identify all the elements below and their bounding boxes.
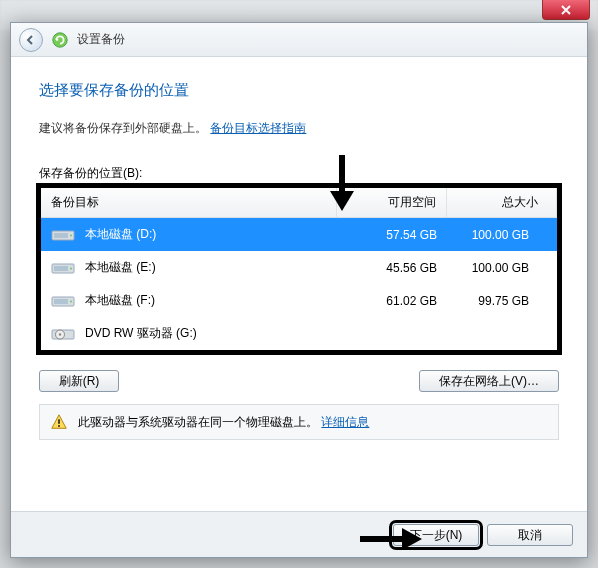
warning-panel: 此驱动器与系统驱动器在同一个物理磁盘上。 详细信息 — [39, 404, 559, 440]
cancel-button[interactable]: 取消 — [487, 524, 573, 546]
svg-point-12 — [59, 333, 61, 335]
drive-table: 备份目标 可用空间 总大小 本地磁盘 (D:)57.54 GB100.00 GB… — [39, 186, 559, 352]
warning-icon — [50, 413, 68, 431]
wizard-footer: 下一步(N) 取消 — [11, 511, 587, 557]
next-button[interactable]: 下一步(N) — [393, 524, 479, 546]
back-button[interactable] — [19, 28, 43, 52]
col-free[interactable]: 可用空间 — [337, 188, 447, 217]
drive-name: 本地磁盘 (D:) — [85, 224, 327, 245]
svg-point-9 — [70, 300, 72, 302]
titlebar: 设置备份 — [11, 23, 587, 57]
drive-free: 45.56 GB — [327, 259, 437, 277]
hdd-icon — [51, 227, 75, 243]
backup-icon — [51, 31, 69, 49]
drive-name: DVD RW 驱动器 (G:) — [85, 323, 327, 344]
page-heading: 选择要保存备份的位置 — [39, 81, 559, 100]
svg-rect-5 — [54, 266, 68, 271]
instruction-text: 建议将备份保存到外部硬盘上。 备份目标选择指南 — [39, 120, 559, 137]
drive-free: 61.02 GB — [327, 292, 437, 310]
dvd-icon — [51, 326, 75, 342]
drive-free: 57.54 GB — [327, 226, 437, 244]
refresh-button[interactable]: 刷新(R) — [39, 370, 119, 392]
svg-point-6 — [70, 267, 72, 269]
svg-rect-14 — [58, 425, 60, 427]
table-header: 备份目标 可用空间 总大小 — [41, 188, 557, 218]
svg-rect-2 — [54, 233, 68, 238]
warning-text: 此驱动器与系统驱动器在同一个物理磁盘上。 详细信息 — [78, 414, 369, 431]
window-title: 设置备份 — [77, 31, 125, 48]
drive-total — [437, 332, 547, 336]
window-close-button[interactable] — [542, 0, 590, 20]
svg-rect-8 — [54, 299, 68, 304]
warning-details-link[interactable]: 详细信息 — [321, 415, 369, 429]
svg-point-0 — [53, 32, 67, 46]
table-row[interactable]: DVD RW 驱动器 (G:) — [41, 317, 557, 350]
drive-total: 100.00 GB — [437, 226, 547, 244]
table-row[interactable]: 本地磁盘 (F:)61.02 GB99.75 GB — [41, 284, 557, 317]
drive-name: 本地磁盘 (E:) — [85, 257, 327, 278]
table-row[interactable]: 本地磁盘 (D:)57.54 GB100.00 GB — [41, 218, 557, 251]
save-network-button[interactable]: 保存在网络上(V)… — [419, 370, 559, 392]
drive-total: 99.75 GB — [437, 292, 547, 310]
drive-total: 100.00 GB — [437, 259, 547, 277]
location-label: 保存备份的位置(B): — [39, 165, 559, 182]
col-target[interactable]: 备份目标 — [41, 188, 337, 217]
table-row[interactable]: 本地磁盘 (E:)45.56 GB100.00 GB — [41, 251, 557, 284]
svg-rect-13 — [58, 419, 60, 424]
hdd-icon — [51, 260, 75, 276]
col-total[interactable]: 总大小 — [447, 188, 557, 217]
wizard-window: 设置备份 选择要保存备份的位置 建议将备份保存到外部硬盘上。 备份目标选择指南 … — [10, 22, 588, 558]
guide-link[interactable]: 备份目标选择指南 — [210, 121, 306, 135]
drive-free — [327, 332, 437, 336]
svg-point-3 — [70, 234, 72, 236]
drive-name: 本地磁盘 (F:) — [85, 290, 327, 311]
hdd-icon — [51, 293, 75, 309]
